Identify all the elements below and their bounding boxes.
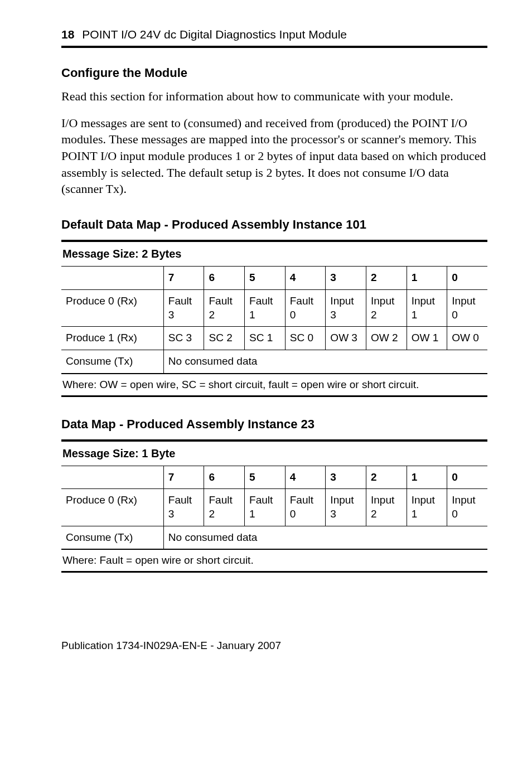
- table2-row0-c5: Input 2: [366, 489, 407, 526]
- table2-col-1: 1: [407, 466, 447, 489]
- table2-header-row: 7 6 5 4 3 2 1 0: [61, 466, 487, 489]
- page: 18 POINT I/O 24V dc Digital Diagnostics …: [0, 0, 532, 685]
- table1-row0-c5: Input 2: [366, 289, 407, 326]
- section-title: Configure the Module: [61, 66, 487, 80]
- table1-consume-label: Consume (Tx): [61, 350, 163, 373]
- table1: 7 6 5 4 3 2 1 0 Produce 0 (Rx) Fault 3 F…: [61, 266, 487, 373]
- table-row: Consume (Tx) No consumed data: [61, 350, 487, 373]
- table1-row0-c4: Input 3: [326, 289, 366, 326]
- table1-row0-c6: Input 1: [407, 289, 447, 326]
- table2-row0-c2: Fault 1: [245, 489, 286, 526]
- table1-wrap: Message Size: 2 Bytes 7 6 5 4 3 2 1 0 Pr…: [61, 240, 487, 396]
- table2: 7 6 5 4 3 2 1 0 Produce 0 (Rx) Fault 3 F…: [61, 466, 487, 550]
- table1-row1-c1: SC 2: [204, 327, 245, 350]
- table2-row0-c4: Input 3: [326, 489, 366, 526]
- para-2: I/O messages are sent to (consumed) and …: [61, 115, 487, 197]
- table2-wrap: Message Size: 1 Byte 7 6 5 4 3 2 1 0 Pro…: [61, 439, 487, 573]
- publication-line: Publication 1734-IN029A-EN-E - January 2…: [61, 640, 487, 652]
- table1-row1-c2: SC 1: [245, 327, 286, 350]
- table1-msg-size: Message Size: 2 Bytes: [61, 242, 487, 266]
- table2-row0-c3: Fault 0: [285, 489, 326, 526]
- table1-col-0: 0: [447, 267, 487, 290]
- table1-row1-c3: SC 0: [285, 327, 326, 350]
- header-title: POINT I/O 24V dc Digital Diagnostics Inp…: [82, 28, 347, 41]
- table1-row0-label: Produce 0 (Rx): [61, 289, 163, 326]
- table1-title: Default Data Map - Produced Assembly Ins…: [61, 217, 487, 232]
- table1-row0-c1: Fault 2: [204, 289, 245, 326]
- table2-header-blank: [61, 466, 163, 489]
- table1-row1-label: Produce 1 (Rx): [61, 327, 163, 350]
- table2-title: Data Map - Produced Assembly Instance 23: [61, 417, 487, 432]
- table1-row0-c7: Input 0: [447, 289, 487, 326]
- table1-row1-c7: OW 0: [447, 327, 487, 350]
- table-row: Produce 1 (Rx) SC 3 SC 2 SC 1 SC 0 OW 3 …: [61, 327, 487, 350]
- para-1: Read this section for information about …: [61, 88, 487, 105]
- page-header: 18 POINT I/O 24V dc Digital Diagnostics …: [61, 28, 487, 48]
- table1-col-2: 2: [366, 267, 407, 290]
- table2-footer: Where: Fault = open wire or short circui…: [61, 549, 487, 573]
- table2-row0-c0: Fault 3: [163, 489, 204, 526]
- table1-col-1: 1: [407, 267, 447, 290]
- table-row: Produce 0 (Rx) Fault 3 Fault 2 Fault 1 F…: [61, 489, 487, 526]
- table1-row1-c6: OW 1: [407, 327, 447, 350]
- table2-col-6: 6: [204, 466, 245, 489]
- table1-row1-c4: OW 3: [326, 327, 366, 350]
- table1-col-5: 5: [245, 267, 286, 290]
- table1-header-row: 7 6 5 4 3 2 1 0: [61, 267, 487, 290]
- table1-footer: Where: OW = open wire, SC = short circui…: [61, 374, 487, 397]
- table2-col-7: 7: [163, 466, 204, 489]
- table2-msg-size: Message Size: 1 Byte: [61, 442, 487, 466]
- table2-row0-c7: Input 0: [447, 489, 487, 526]
- table2-row0-c1: Fault 2: [204, 489, 245, 526]
- table1-row0-c3: Fault 0: [285, 289, 326, 326]
- table2-consume-label: Consume (Tx): [61, 526, 163, 549]
- table2-col-4: 4: [285, 466, 326, 489]
- table2-row0-c6: Input 1: [407, 489, 447, 526]
- table1-row1-c0: SC 3: [163, 327, 204, 350]
- table1-col-6: 6: [204, 267, 245, 290]
- table1-row1-c5: OW 2: [366, 327, 407, 350]
- table-row: Consume (Tx) No consumed data: [61, 526, 487, 549]
- table2-consume-value: No consumed data: [163, 526, 487, 549]
- table1-row0-c2: Fault 1: [245, 289, 286, 326]
- table2-row0-label: Produce 0 (Rx): [61, 489, 163, 526]
- table1-col-3: 3: [326, 267, 366, 290]
- table1-col-7: 7: [163, 267, 204, 290]
- table2-col-5: 5: [245, 466, 286, 489]
- table1-header-blank: [61, 267, 163, 290]
- table1-col-4: 4: [285, 267, 326, 290]
- table2-col-3: 3: [326, 466, 366, 489]
- table2-col-0: 0: [447, 466, 487, 489]
- table1-row0-c0: Fault 3: [163, 289, 204, 326]
- table2-col-2: 2: [366, 466, 407, 489]
- table1-consume-value: No consumed data: [163, 350, 487, 373]
- table-row: Produce 0 (Rx) Fault 3 Fault 2 Fault 1 F…: [61, 289, 487, 326]
- page-number: 18: [61, 28, 74, 41]
